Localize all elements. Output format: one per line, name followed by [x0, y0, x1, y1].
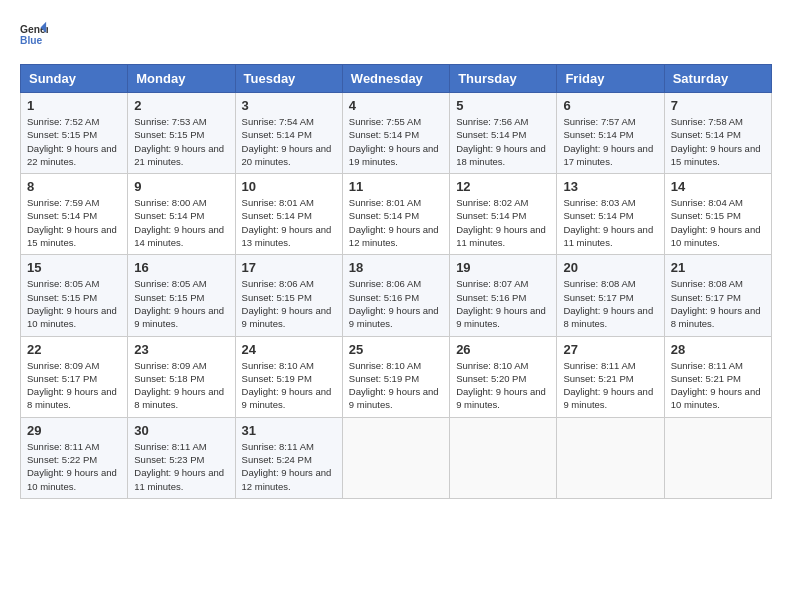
day-info: Sunrise: 8:11 AMSunset: 5:21 PMDaylight:…	[563, 359, 657, 412]
logo-icon: General Blue	[20, 20, 48, 48]
day-number: 25	[349, 342, 443, 357]
day-number: 22	[27, 342, 121, 357]
calendar-cell: 6Sunrise: 7:57 AMSunset: 5:14 PMDaylight…	[557, 93, 664, 174]
calendar-cell: 15Sunrise: 8:05 AMSunset: 5:15 PMDayligh…	[21, 255, 128, 336]
day-number: 14	[671, 179, 765, 194]
calendar-cell: 8Sunrise: 7:59 AMSunset: 5:14 PMDaylight…	[21, 174, 128, 255]
calendar-week-2: 8Sunrise: 7:59 AMSunset: 5:14 PMDaylight…	[21, 174, 772, 255]
calendar-cell: 27Sunrise: 8:11 AMSunset: 5:21 PMDayligh…	[557, 336, 664, 417]
day-header-monday: Monday	[128, 65, 235, 93]
calendar-cell: 14Sunrise: 8:04 AMSunset: 5:15 PMDayligh…	[664, 174, 771, 255]
day-number: 19	[456, 260, 550, 275]
day-header-thursday: Thursday	[450, 65, 557, 93]
calendar-cell: 10Sunrise: 8:01 AMSunset: 5:14 PMDayligh…	[235, 174, 342, 255]
day-info: Sunrise: 8:06 AMSunset: 5:15 PMDaylight:…	[242, 277, 336, 330]
calendar-cell: 31Sunrise: 8:11 AMSunset: 5:24 PMDayligh…	[235, 417, 342, 498]
calendar-cell: 11Sunrise: 8:01 AMSunset: 5:14 PMDayligh…	[342, 174, 449, 255]
day-info: Sunrise: 8:11 AMSunset: 5:24 PMDaylight:…	[242, 440, 336, 493]
day-number: 2	[134, 98, 228, 113]
day-info: Sunrise: 8:05 AMSunset: 5:15 PMDaylight:…	[134, 277, 228, 330]
day-number: 5	[456, 98, 550, 113]
calendar-cell: 24Sunrise: 8:10 AMSunset: 5:19 PMDayligh…	[235, 336, 342, 417]
day-number: 8	[27, 179, 121, 194]
day-number: 21	[671, 260, 765, 275]
calendar-cell: 26Sunrise: 8:10 AMSunset: 5:20 PMDayligh…	[450, 336, 557, 417]
calendar-cell: 28Sunrise: 8:11 AMSunset: 5:21 PMDayligh…	[664, 336, 771, 417]
calendar-cell: 20Sunrise: 8:08 AMSunset: 5:17 PMDayligh…	[557, 255, 664, 336]
calendar-week-3: 15Sunrise: 8:05 AMSunset: 5:15 PMDayligh…	[21, 255, 772, 336]
day-info: Sunrise: 7:55 AMSunset: 5:14 PMDaylight:…	[349, 115, 443, 168]
day-info: Sunrise: 8:09 AMSunset: 5:17 PMDaylight:…	[27, 359, 121, 412]
day-info: Sunrise: 8:10 AMSunset: 5:19 PMDaylight:…	[242, 359, 336, 412]
calendar-cell: 18Sunrise: 8:06 AMSunset: 5:16 PMDayligh…	[342, 255, 449, 336]
day-number: 26	[456, 342, 550, 357]
day-number: 30	[134, 423, 228, 438]
calendar-cell: 25Sunrise: 8:10 AMSunset: 5:19 PMDayligh…	[342, 336, 449, 417]
day-number: 20	[563, 260, 657, 275]
svg-text:Blue: Blue	[20, 35, 43, 46]
calendar-cell: 2Sunrise: 7:53 AMSunset: 5:15 PMDaylight…	[128, 93, 235, 174]
day-header-sunday: Sunday	[21, 65, 128, 93]
day-info: Sunrise: 7:59 AMSunset: 5:14 PMDaylight:…	[27, 196, 121, 249]
day-info: Sunrise: 7:52 AMSunset: 5:15 PMDaylight:…	[27, 115, 121, 168]
day-number: 7	[671, 98, 765, 113]
calendar-cell: 13Sunrise: 8:03 AMSunset: 5:14 PMDayligh…	[557, 174, 664, 255]
day-number: 6	[563, 98, 657, 113]
day-number: 24	[242, 342, 336, 357]
calendar-cell: 4Sunrise: 7:55 AMSunset: 5:14 PMDaylight…	[342, 93, 449, 174]
calendar-cell: 3Sunrise: 7:54 AMSunset: 5:14 PMDaylight…	[235, 93, 342, 174]
day-number: 28	[671, 342, 765, 357]
calendar-cell: 19Sunrise: 8:07 AMSunset: 5:16 PMDayligh…	[450, 255, 557, 336]
calendar-header-row: SundayMondayTuesdayWednesdayThursdayFrid…	[21, 65, 772, 93]
day-number: 16	[134, 260, 228, 275]
day-info: Sunrise: 7:58 AMSunset: 5:14 PMDaylight:…	[671, 115, 765, 168]
day-number: 11	[349, 179, 443, 194]
day-number: 4	[349, 98, 443, 113]
day-number: 13	[563, 179, 657, 194]
calendar-cell: 9Sunrise: 8:00 AMSunset: 5:14 PMDaylight…	[128, 174, 235, 255]
day-info: Sunrise: 7:57 AMSunset: 5:14 PMDaylight:…	[563, 115, 657, 168]
calendar-week-5: 29Sunrise: 8:11 AMSunset: 5:22 PMDayligh…	[21, 417, 772, 498]
day-info: Sunrise: 8:04 AMSunset: 5:15 PMDaylight:…	[671, 196, 765, 249]
day-header-tuesday: Tuesday	[235, 65, 342, 93]
day-info: Sunrise: 8:10 AMSunset: 5:20 PMDaylight:…	[456, 359, 550, 412]
day-header-friday: Friday	[557, 65, 664, 93]
day-number: 12	[456, 179, 550, 194]
day-info: Sunrise: 8:11 AMSunset: 5:22 PMDaylight:…	[27, 440, 121, 493]
calendar-week-1: 1Sunrise: 7:52 AMSunset: 5:15 PMDaylight…	[21, 93, 772, 174]
day-info: Sunrise: 8:05 AMSunset: 5:15 PMDaylight:…	[27, 277, 121, 330]
calendar-cell	[664, 417, 771, 498]
day-number: 17	[242, 260, 336, 275]
logo: General Blue	[20, 20, 52, 48]
day-info: Sunrise: 8:07 AMSunset: 5:16 PMDaylight:…	[456, 277, 550, 330]
day-number: 9	[134, 179, 228, 194]
day-info: Sunrise: 7:56 AMSunset: 5:14 PMDaylight:…	[456, 115, 550, 168]
calendar-cell: 29Sunrise: 8:11 AMSunset: 5:22 PMDayligh…	[21, 417, 128, 498]
calendar-cell	[342, 417, 449, 498]
calendar-body: 1Sunrise: 7:52 AMSunset: 5:15 PMDaylight…	[21, 93, 772, 499]
day-info: Sunrise: 8:00 AMSunset: 5:14 PMDaylight:…	[134, 196, 228, 249]
day-header-wednesday: Wednesday	[342, 65, 449, 93]
day-number: 29	[27, 423, 121, 438]
calendar-cell: 17Sunrise: 8:06 AMSunset: 5:15 PMDayligh…	[235, 255, 342, 336]
day-number: 3	[242, 98, 336, 113]
day-info: Sunrise: 8:08 AMSunset: 5:17 PMDaylight:…	[671, 277, 765, 330]
day-number: 18	[349, 260, 443, 275]
calendar-week-4: 22Sunrise: 8:09 AMSunset: 5:17 PMDayligh…	[21, 336, 772, 417]
calendar-cell: 30Sunrise: 8:11 AMSunset: 5:23 PMDayligh…	[128, 417, 235, 498]
day-info: Sunrise: 8:03 AMSunset: 5:14 PMDaylight:…	[563, 196, 657, 249]
day-info: Sunrise: 8:06 AMSunset: 5:16 PMDaylight:…	[349, 277, 443, 330]
day-info: Sunrise: 8:11 AMSunset: 5:21 PMDaylight:…	[671, 359, 765, 412]
day-number: 31	[242, 423, 336, 438]
day-number: 1	[27, 98, 121, 113]
day-info: Sunrise: 7:53 AMSunset: 5:15 PMDaylight:…	[134, 115, 228, 168]
calendar-cell: 12Sunrise: 8:02 AMSunset: 5:14 PMDayligh…	[450, 174, 557, 255]
day-info: Sunrise: 8:01 AMSunset: 5:14 PMDaylight:…	[349, 196, 443, 249]
calendar-cell: 7Sunrise: 7:58 AMSunset: 5:14 PMDaylight…	[664, 93, 771, 174]
calendar-cell	[557, 417, 664, 498]
day-info: Sunrise: 8:08 AMSunset: 5:17 PMDaylight:…	[563, 277, 657, 330]
day-number: 23	[134, 342, 228, 357]
day-number: 10	[242, 179, 336, 194]
day-info: Sunrise: 8:01 AMSunset: 5:14 PMDaylight:…	[242, 196, 336, 249]
day-number: 15	[27, 260, 121, 275]
